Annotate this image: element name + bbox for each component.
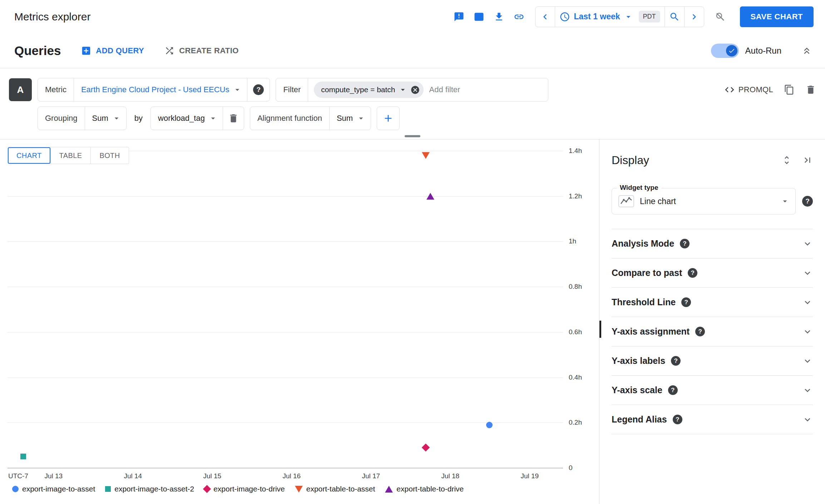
- y-axis-label: 0.2h: [569, 419, 582, 426]
- page-title: Metrics explorer: [14, 11, 90, 23]
- section-title: Compare to past: [612, 268, 682, 278]
- help-icon[interactable]: [673, 415, 682, 424]
- display-panel-header: Display: [612, 152, 813, 168]
- display-panel: Display Widget type Line chart: [599, 139, 825, 504]
- header-actions: Last 1 week PDT SAVE CHART: [454, 6, 814, 27]
- help-icon[interactable]: [680, 239, 690, 248]
- section-y-axis-labels[interactable]: Y-axis labels: [612, 346, 813, 376]
- link-button[interactable]: [514, 11, 524, 22]
- section-y-axis-scale[interactable]: Y-axis scale: [612, 376, 813, 405]
- data-point-export-image-to-asset-2[interactable]: [20, 454, 26, 459]
- promql-button[interactable]: PROMQL: [724, 84, 773, 95]
- chart-area: CHARTTABLEBOTH 1.4h1.2h1h0.8h0.6h0.4h0.2…: [0, 139, 599, 504]
- section-y-axis-assignment[interactable]: Y-axis assignment: [612, 317, 813, 346]
- gridline: [8, 241, 563, 242]
- remove-filter-icon[interactable]: [410, 85, 420, 95]
- legend-item-export-table-to-asset[interactable]: export-table-to-asset: [295, 485, 375, 493]
- help-icon[interactable]: [681, 297, 691, 307]
- section-analysis-mode[interactable]: Analysis Mode: [612, 229, 813, 258]
- reset-zoom-button[interactable]: [715, 11, 726, 22]
- legend-item-export-image-to-asset-2[interactable]: export-image-to-asset-2: [105, 485, 194, 493]
- delete-query-button[interactable]: [805, 84, 816, 95]
- caret-down-icon: [112, 114, 121, 123]
- data-point-export-table-to-asset[interactable]: [422, 152, 430, 159]
- save-chart-button[interactable]: SAVE CHART: [740, 6, 814, 27]
- gridline: [8, 468, 563, 468]
- help-icon[interactable]: [668, 385, 678, 395]
- help-icon[interactable]: [695, 327, 705, 336]
- display-header-icons: [781, 155, 813, 165]
- section-threshold-line[interactable]: Threshold Line: [612, 288, 813, 317]
- check-icon: [728, 47, 735, 54]
- create-ratio-button[interactable]: CREATE RATIO: [164, 45, 239, 56]
- group-by-dropdown[interactable]: workload_tag: [151, 114, 223, 123]
- data-point-export-image-to-drive[interactable]: [422, 444, 430, 452]
- gridline: [8, 196, 563, 197]
- gridline: [8, 377, 563, 378]
- metric-value: Earth Engine Cloud Project - Used EECUs: [81, 85, 229, 94]
- delete-icon: [805, 84, 816, 95]
- section-title: Threshold Line: [612, 297, 676, 307]
- section-compare-to-past[interactable]: Compare to past: [612, 258, 813, 288]
- reorder-panel-button[interactable]: [781, 155, 792, 165]
- metric-help-icon[interactable]: [253, 84, 264, 95]
- legend-item-export-image-to-asset[interactable]: export-image-to-asset: [12, 485, 95, 493]
- chevron-right-icon: [689, 11, 700, 22]
- tab-both[interactable]: BOTH: [90, 147, 128, 164]
- promql-code-icon: [724, 84, 735, 95]
- chevron-down-icon: [802, 414, 813, 425]
- collapse-queries-button[interactable]: [801, 45, 812, 56]
- tab-chart[interactable]: CHART: [8, 147, 50, 164]
- y-axis-label: 0.8h: [569, 283, 582, 291]
- queries-bar: Queries ADD QUERY CREATE RATIO Auto-Run: [0, 33, 825, 68]
- embed-code-button[interactable]: [474, 11, 484, 22]
- scroll-indicator[interactable]: [599, 321, 601, 338]
- autorun-label: Auto-Run: [745, 46, 781, 56]
- link-icon: [514, 11, 524, 22]
- section-legend-alias[interactable]: Legend Alias: [612, 405, 813, 434]
- caret-down-icon: [208, 114, 218, 123]
- duplicate-query-button[interactable]: [784, 84, 795, 95]
- legend-label: export-image-to-drive: [213, 485, 285, 493]
- help-icon[interactable]: [688, 268, 697, 278]
- add-box-icon: [81, 45, 92, 56]
- chevron-left-icon: [540, 11, 550, 22]
- y-axis-label: 1.4h: [569, 147, 582, 155]
- data-point-export-table-to-drive[interactable]: [426, 193, 434, 199]
- add-query-button[interactable]: ADD QUERY: [81, 45, 144, 56]
- time-forward-button[interactable]: [685, 7, 704, 27]
- gridline: [8, 423, 563, 423]
- remove-grouping-button[interactable]: [223, 113, 244, 124]
- download-button[interactable]: [494, 11, 504, 22]
- widget-type-help-icon[interactable]: [802, 196, 813, 207]
- tab-table[interactable]: TABLE: [50, 147, 91, 164]
- grouping-value: Sum: [92, 114, 108, 123]
- data-point-export-image-to-asset[interactable]: [486, 422, 493, 428]
- collapse-panel-button[interactable]: [802, 155, 813, 165]
- widget-type-select[interactable]: Widget type Line chart: [612, 188, 796, 214]
- zoom-in-button[interactable]: [665, 7, 684, 27]
- section-title: Y-axis scale: [612, 385, 662, 395]
- legend-item-export-image-to-drive[interactable]: export-image-to-drive: [204, 485, 285, 493]
- group-by-value: workload_tag: [158, 114, 205, 123]
- alignment-field: Alignment function Sum: [250, 107, 371, 130]
- legend-marker: [295, 486, 303, 493]
- add-aggregation-button[interactable]: [377, 107, 400, 130]
- add-filter-input[interactable]: [428, 85, 548, 94]
- widget-type-row: Widget type Line chart: [612, 188, 813, 214]
- help-icon[interactable]: [671, 356, 681, 366]
- alignment-dropdown[interactable]: Sum: [330, 114, 371, 123]
- chevron-down-icon: [802, 238, 813, 249]
- legend-item-export-table-to-drive[interactable]: export-table-to-drive: [385, 485, 464, 493]
- grouping-dropdown[interactable]: Sum: [85, 114, 126, 123]
- autorun-toggle[interactable]: [711, 44, 739, 58]
- legend-marker: [12, 486, 19, 492]
- resize-handle[interactable]: [405, 135, 420, 137]
- metric-dropdown[interactable]: Earth Engine Cloud Project - Used EECUs: [74, 85, 247, 94]
- filter-chip[interactable]: compute_type = batch: [314, 81, 423, 98]
- chevron-down-icon: [802, 385, 813, 396]
- time-range-button[interactable]: Last 1 week PDT: [555, 7, 664, 27]
- time-back-button[interactable]: [535, 7, 555, 27]
- legend-label: export-table-to-asset: [306, 485, 375, 493]
- feedback-button[interactable]: [454, 11, 464, 22]
